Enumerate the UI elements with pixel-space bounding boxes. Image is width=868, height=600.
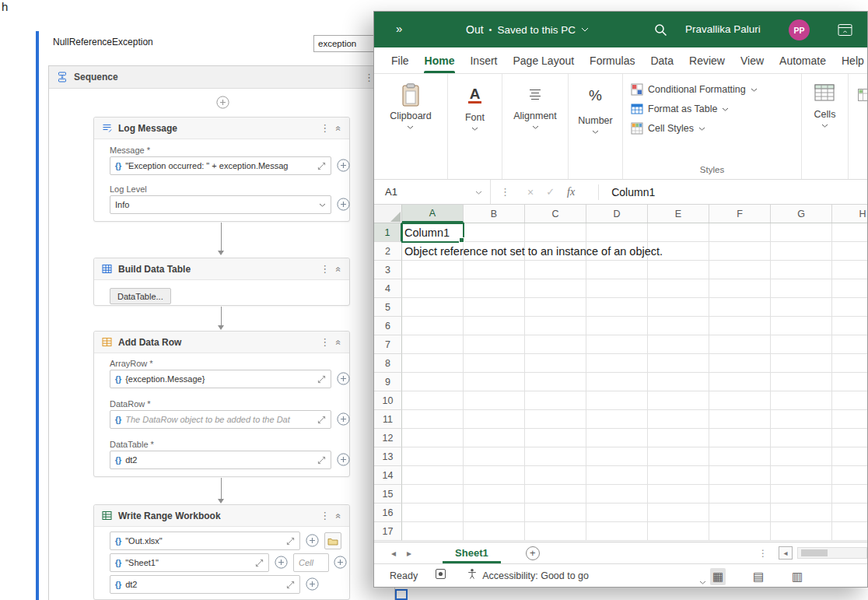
scrollbar-thumb[interactable] bbox=[801, 549, 828, 556]
column-header-F[interactable]: F bbox=[709, 205, 771, 223]
cell-C3[interactable] bbox=[525, 261, 586, 279]
cell-G4[interactable] bbox=[771, 279, 832, 298]
cell-H8[interactable] bbox=[832, 354, 867, 373]
datatable-edit-button[interactable]: DataTable... bbox=[110, 288, 171, 304]
formula-bar-content[interactable]: Column1 bbox=[611, 186, 655, 198]
cell-A3[interactable] bbox=[402, 261, 464, 279]
cell-D6[interactable] bbox=[586, 317, 648, 335]
cell-B17[interactable] bbox=[464, 522, 525, 541]
cell-A7[interactable] bbox=[402, 335, 464, 354]
row-header-9[interactable]: 9 bbox=[374, 373, 402, 391]
cell-E14[interactable] bbox=[648, 466, 709, 485]
cell-D13[interactable] bbox=[586, 447, 648, 466]
cell-D15[interactable] bbox=[586, 485, 648, 504]
collapse-icon[interactable]: « bbox=[334, 339, 345, 345]
cell-C17[interactable] bbox=[525, 522, 586, 541]
open-expression-editor-icon[interactable] bbox=[286, 581, 295, 589]
column-header-G[interactable]: G bbox=[771, 205, 832, 223]
cell-D17[interactable] bbox=[586, 522, 648, 541]
cell-C8[interactable] bbox=[525, 354, 586, 373]
font-button[interactable]: A Font bbox=[465, 83, 485, 131]
cell-A6[interactable] bbox=[402, 317, 464, 335]
row-header-14[interactable]: 14 bbox=[374, 466, 402, 485]
message-expression-input[interactable]: {} "Exception occurred: " + exception.Me… bbox=[110, 156, 331, 175]
cell-G10[interactable] bbox=[771, 391, 832, 410]
tab-automate[interactable]: Automate bbox=[772, 47, 834, 73]
cell-H2[interactable] bbox=[832, 242, 867, 261]
cell-A5[interactable] bbox=[402, 298, 464, 317]
tab-review[interactable]: Review bbox=[681, 47, 733, 73]
log-level-dropdown[interactable]: Info bbox=[110, 195, 331, 214]
cell-H9[interactable] bbox=[832, 373, 867, 391]
cell-C7[interactable] bbox=[525, 335, 586, 354]
cell-H15[interactable] bbox=[832, 485, 867, 504]
cell-range-input[interactable]: Cell bbox=[293, 553, 329, 572]
sheet-tab-sheet1[interactable]: Sheet1 bbox=[443, 542, 501, 563]
cell-D16[interactable] bbox=[586, 504, 648, 522]
cell-E15[interactable] bbox=[648, 485, 709, 504]
write-datatable-input[interactable]: {} dt2 bbox=[110, 575, 300, 594]
datarow-plus-button[interactable] bbox=[337, 412, 350, 426]
cell-D11[interactable] bbox=[586, 410, 648, 429]
cell-A13[interactable] bbox=[402, 447, 464, 466]
workbook-path-input[interactable]: {} "Out.xlsx" bbox=[110, 532, 300, 550]
cell-H17[interactable] bbox=[832, 522, 867, 541]
activity-add-data-row[interactable]: Add Data Row ⋮ « ArrayRow * {} {exceptio… bbox=[93, 331, 350, 477]
cell-G7[interactable] bbox=[771, 335, 832, 354]
cell-D4[interactable] bbox=[586, 279, 648, 298]
column-header-B[interactable]: B bbox=[464, 205, 525, 223]
cell-E8[interactable] bbox=[648, 354, 709, 373]
cell-F7[interactable] bbox=[709, 335, 771, 354]
cell-E5[interactable] bbox=[648, 298, 709, 317]
log-message-header[interactable]: Log Message ⋮ « bbox=[94, 118, 349, 139]
cell-F10[interactable] bbox=[709, 391, 771, 410]
select-all-corner[interactable] bbox=[374, 205, 402, 223]
cell-F12[interactable] bbox=[709, 429, 771, 447]
cell-D8[interactable] bbox=[586, 354, 648, 373]
cell-E1[interactable] bbox=[648, 223, 709, 242]
browse-file-button[interactable] bbox=[324, 532, 341, 549]
cell-E6[interactable] bbox=[648, 317, 709, 335]
accessibility-status[interactable]: Accessibility: Good to go bbox=[482, 570, 589, 581]
activity-menu-icon[interactable]: ⋮ bbox=[320, 123, 330, 133]
cell-A11[interactable] bbox=[402, 410, 464, 429]
open-expression-editor-icon[interactable] bbox=[317, 162, 326, 170]
cell-styles-button[interactable]: Cell Styles bbox=[631, 122, 758, 135]
chevron-down-icon[interactable] bbox=[475, 191, 482, 195]
partial-activity-fragment[interactable] bbox=[395, 589, 408, 600]
cell-E12[interactable] bbox=[648, 429, 709, 447]
cell-H4[interactable] bbox=[832, 279, 867, 298]
activity-write-range-workbook[interactable]: Write Range Workbook ⋮ « {} "Out.xlsx" {… bbox=[93, 504, 350, 600]
arrayrow-plus-button[interactable] bbox=[337, 372, 350, 385]
cell-B10[interactable] bbox=[464, 391, 525, 410]
search-icon[interactable] bbox=[654, 23, 667, 40]
cell-G12[interactable] bbox=[771, 429, 832, 447]
tab-insert[interactable]: Insert bbox=[462, 47, 505, 73]
cell-E4[interactable] bbox=[648, 279, 709, 298]
row-header-5[interactable]: 5 bbox=[374, 298, 402, 317]
cell-A16[interactable] bbox=[402, 504, 464, 522]
column-header-C[interactable]: C bbox=[525, 205, 586, 223]
status-chevron-icon[interactable] bbox=[699, 574, 706, 588]
tab-file[interactable]: File bbox=[383, 47, 417, 73]
cell-A9[interactable] bbox=[402, 373, 464, 391]
cell-H7[interactable] bbox=[832, 335, 867, 354]
cell-D10[interactable] bbox=[586, 391, 648, 410]
row-header-11[interactable]: 11 bbox=[374, 410, 402, 429]
cell-G13[interactable] bbox=[771, 447, 832, 466]
cell-F15[interactable] bbox=[709, 485, 771, 504]
cell-D5[interactable] bbox=[586, 298, 648, 317]
collapse-icon[interactable]: « bbox=[334, 125, 345, 131]
row-header-3[interactable]: 3 bbox=[374, 261, 402, 279]
cell-F9[interactable] bbox=[709, 373, 771, 391]
tab-help[interactable]: Help bbox=[834, 47, 867, 73]
cell-E10[interactable] bbox=[648, 391, 709, 410]
cell-C15[interactable] bbox=[525, 485, 586, 504]
cell-D7[interactable] bbox=[586, 335, 648, 354]
build-data-table-header[interactable]: Build Data Table ⋮ « bbox=[94, 258, 349, 280]
formula-bar-drag-handle[interactable]: ⋮ bbox=[500, 186, 510, 198]
cell-A1[interactable]: Column1 bbox=[402, 223, 464, 242]
cell-G16[interactable] bbox=[771, 504, 832, 522]
collapse-icon[interactable]: « bbox=[334, 513, 345, 518]
row-header-2[interactable]: 2 bbox=[374, 242, 402, 261]
